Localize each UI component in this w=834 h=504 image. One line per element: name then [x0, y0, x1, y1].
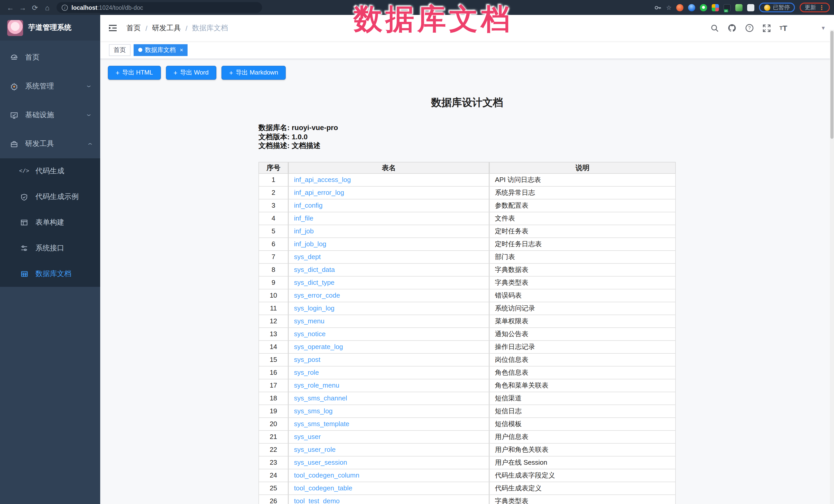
- app-logo-avatar: [7, 20, 23, 36]
- export-word-button[interactable]: + 导出 Word: [166, 66, 216, 80]
- row-description: 短信渠道: [489, 392, 676, 405]
- svg-text:?: ?: [748, 25, 751, 30]
- sidebar-collapse-icon[interactable]: [108, 24, 117, 32]
- sidebar-item-system[interactable]: 系统管理 ›: [0, 72, 100, 101]
- browser-home-icon[interactable]: ⌂: [41, 3, 53, 12]
- sidebar-item-form-builder[interactable]: 表单构建: [0, 210, 100, 236]
- github-icon[interactable]: [728, 24, 737, 32]
- row-index: 13: [259, 328, 288, 341]
- row-index: 6: [259, 238, 288, 251]
- extension-grid-icon[interactable]: [712, 4, 719, 11]
- breadcrumb-current: 数据库文档: [192, 23, 228, 32]
- table-name-link[interactable]: inf_job_log: [294, 240, 326, 248]
- extension-red-icon[interactable]: [676, 4, 683, 11]
- extension-blue-icon[interactable]: [688, 4, 695, 11]
- table-name-link[interactable]: sys_operate_log: [294, 343, 343, 351]
- address-bar[interactable]: i localhost:1024/tool/db-doc: [57, 2, 262, 13]
- export-buttons-row: + 导出 HTML + 导出 Word + 导出 Markdown: [108, 66, 826, 80]
- plus-icon: +: [116, 69, 119, 76]
- font-size-icon[interactable]: TT: [780, 24, 788, 32]
- row-description: 部门表: [489, 251, 676, 264]
- table-name-link[interactable]: tool_test_demo: [294, 497, 340, 504]
- table-row: 24 tool_codegen_column 代码生成表字段定义: [259, 469, 676, 482]
- table-name-link[interactable]: sys_dict_type: [294, 279, 334, 286]
- sidebar-item-codegen[interactable]: </> 代码生成: [0, 158, 100, 184]
- tag-home[interactable]: 首页: [109, 44, 131, 56]
- table-name-link[interactable]: sys_role_menu: [294, 381, 339, 389]
- table-row: 15 sys_post 岗位信息表: [259, 354, 676, 367]
- table-name-link[interactable]: inf_job: [294, 227, 314, 235]
- page-info-icon[interactable]: i: [62, 4, 68, 10]
- sidebar-item-home[interactable]: 首页: [0, 43, 100, 72]
- toolbox-icon: [10, 140, 18, 148]
- close-tag-icon[interactable]: ×: [180, 47, 183, 53]
- row-description: 菜单权限表: [489, 315, 676, 328]
- table-name-link[interactable]: sys_dict_data: [294, 266, 335, 273]
- breadcrumb: 首页 / 研发工具 / 数据库文档: [126, 23, 228, 32]
- help-icon[interactable]: ?: [745, 24, 754, 32]
- table-name-link[interactable]: tool_codegen_column: [294, 472, 359, 479]
- table-name-link[interactable]: sys_dept: [294, 253, 321, 261]
- table-name-link[interactable]: sys_sms_channel: [294, 394, 347, 402]
- row-index: 12: [259, 315, 288, 328]
- meta-db-name: 数据库名: ruoyi-vue-pro: [259, 123, 676, 132]
- row-index: 10: [259, 289, 288, 302]
- extensions-puzzle-icon[interactable]: [747, 4, 754, 11]
- browser-reload-icon[interactable]: ⟳: [29, 3, 41, 12]
- row-index: 5: [259, 225, 288, 238]
- table-name-link[interactable]: inf_file: [294, 214, 313, 222]
- table-name-link[interactable]: sys_user_role: [294, 446, 335, 453]
- table-name-link[interactable]: tool_codegen_table: [294, 484, 352, 492]
- chrome-update-chip[interactable]: 更新 ⋮: [799, 3, 830, 12]
- table-name-link[interactable]: sys_user_session: [294, 459, 347, 466]
- password-key-icon[interactable]: [654, 4, 661, 11]
- table-name-link[interactable]: sys_error_code: [294, 291, 340, 299]
- table-name-link[interactable]: sys_login_log: [294, 304, 334, 312]
- row-description: 系统异常日志: [489, 187, 676, 199]
- sidebar-item-devtools[interactable]: 研发工具 ›: [0, 130, 100, 158]
- browser-back-icon[interactable]: ←: [4, 3, 17, 12]
- user-menu-caret-icon[interactable]: ▼: [821, 25, 826, 31]
- table-name-link[interactable]: sys_sms_template: [294, 420, 349, 428]
- table-name-link[interactable]: sys_user: [294, 433, 321, 440]
- table-row: 21 sys_user 用户信息表: [259, 431, 676, 444]
- chevron-up-icon: ›: [84, 143, 94, 145]
- search-icon[interactable]: [711, 24, 719, 32]
- table-name-link[interactable]: inf_config: [294, 201, 323, 209]
- export-html-button[interactable]: + 导出 HTML: [108, 66, 160, 80]
- extension-on-badge-icon[interactable]: [724, 4, 731, 11]
- table-name-link[interactable]: sys_menu: [294, 317, 325, 325]
- bookmark-star-icon[interactable]: ☆: [666, 4, 672, 11]
- extension-green-check-icon[interactable]: [700, 4, 707, 11]
- main-area: 首页 / 研发工具 / 数据库文档 ? TT: [100, 15, 834, 504]
- sidebar-item-api[interactable]: 系统接口: [0, 236, 100, 261]
- browser-forward-icon[interactable]: →: [17, 3, 29, 12]
- export-markdown-button[interactable]: + 导出 Markdown: [221, 66, 286, 80]
- breadcrumb-devtools[interactable]: 研发工具: [152, 23, 181, 32]
- page-scrollbar[interactable]: [830, 30, 834, 504]
- table-name-link[interactable]: sys_post: [294, 356, 321, 364]
- table-name-link[interactable]: sys_role: [294, 369, 319, 376]
- sidebar-submenu-devtools: </> 代码生成 代码生成示例 表单构建: [0, 158, 100, 287]
- scrollbar-thumb[interactable]: [830, 31, 833, 139]
- table-name-link[interactable]: inf_api_access_log: [294, 176, 351, 183]
- table-row: 7 sys_dept 部门表: [259, 251, 676, 264]
- table-name-link[interactable]: inf_api_error_log: [294, 189, 344, 196]
- browser-menu-icon[interactable]: ⋮: [818, 4, 825, 11]
- sidebar-item-codegen-demo[interactable]: 代码生成示例: [0, 184, 100, 210]
- paused-extension-chip[interactable]: 已暂停: [759, 3, 795, 12]
- row-description: 定时任务表: [489, 225, 676, 238]
- sidebar-item-label: 基础设施: [25, 111, 54, 120]
- tag-label: 数据库文档: [145, 45, 176, 54]
- table-name-link[interactable]: sys_notice: [294, 330, 326, 338]
- sidebar-item-infra[interactable]: 基础设施 ›: [0, 101, 100, 130]
- breadcrumb-home[interactable]: 首页: [126, 23, 141, 32]
- user-avatar[interactable]: [796, 20, 812, 36]
- app-logo-row[interactable]: 芋道管理系统: [0, 15, 100, 41]
- extension-leaf-icon[interactable]: [736, 4, 743, 11]
- row-description: 文件表: [489, 212, 676, 225]
- sidebar-item-db-doc[interactable]: 数据库文档: [0, 261, 100, 287]
- fullscreen-icon[interactable]: [763, 24, 771, 32]
- tag-db-doc[interactable]: 数据库文档 ×: [134, 44, 188, 56]
- table-name-link[interactable]: sys_sms_log: [294, 407, 332, 415]
